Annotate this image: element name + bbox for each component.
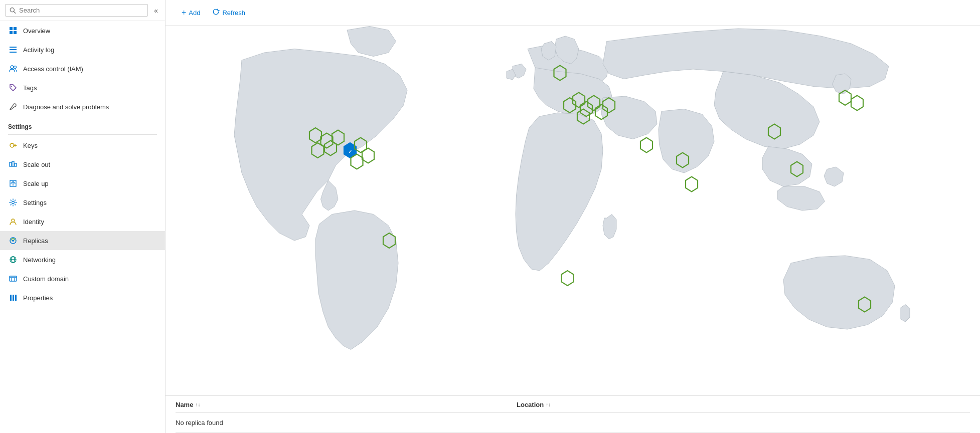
- table-empty-message: No replica found: [176, 413, 970, 432]
- location-sort-icon: ↑↓: [546, 402, 551, 407]
- svg-rect-4: [10, 31, 13, 34]
- toolbar: + Add Refresh: [166, 0, 980, 26]
- collapse-button[interactable]: «: [152, 5, 160, 17]
- svg-rect-6: [10, 47, 17, 48]
- col-location-header[interactable]: Location ↑↓: [517, 401, 970, 408]
- hex-marker: [362, 148, 374, 163]
- hex-marker: [562, 271, 574, 286]
- domain-icon: [8, 274, 18, 284]
- table-area: Name ↑↓ Location ↑↓ No replica found: [166, 395, 980, 433]
- sidebar-item-properties[interactable]: Properties: [0, 288, 165, 307]
- svg-point-17: [12, 201, 15, 204]
- sidebar-item-diagnose-label: Diagnose and solve problems: [23, 103, 109, 111]
- gear-icon: [8, 197, 18, 207]
- search-icon: [10, 7, 16, 14]
- sidebar-item-scale-up-label: Scale up: [23, 180, 49, 187]
- hex-marker: [851, 96, 863, 111]
- identity-icon: [8, 216, 18, 227]
- sidebar-item-identity[interactable]: Identity: [0, 212, 165, 231]
- name-sort-icon: ↑↓: [195, 402, 200, 407]
- sidebar-item-keys[interactable]: Keys: [0, 136, 165, 155]
- svg-rect-15: [15, 163, 17, 166]
- refresh-icon: [212, 8, 220, 17]
- sidebar: « Overview Activity log: [0, 0, 166, 433]
- map-area: ✓: [166, 26, 980, 395]
- svg-point-18: [12, 219, 15, 222]
- sidebar-item-scale-out[interactable]: Scale out: [0, 155, 165, 174]
- sidebar-item-overview[interactable]: Overview: [0, 21, 165, 40]
- svg-rect-5: [14, 31, 17, 34]
- tag-icon: [8, 83, 18, 93]
- plus-icon: +: [182, 8, 186, 17]
- scaleout-icon: [8, 159, 18, 169]
- sidebar-item-networking[interactable]: Networking: [0, 250, 165, 269]
- sidebar-item-replicas[interactable]: Replicas: [0, 231, 165, 250]
- svg-rect-25: [13, 295, 14, 301]
- sidebar-item-identity-label: Identity: [23, 218, 44, 226]
- sidebar-item-settings[interactable]: Settings: [0, 193, 165, 212]
- search-input[interactable]: [19, 7, 143, 14]
- list-icon: [8, 45, 18, 55]
- sidebar-item-custom-domain[interactable]: Custom domain: [0, 269, 165, 288]
- svg-rect-8: [10, 52, 17, 53]
- svg-point-11: [11, 86, 12, 87]
- add-label: Add: [189, 9, 200, 17]
- sidebar-item-replicas-label: Replicas: [23, 237, 48, 245]
- sidebar-item-tags[interactable]: Tags: [0, 78, 165, 97]
- col-name-header[interactable]: Name ↑↓: [176, 401, 517, 408]
- col-name-label: Name: [176, 401, 193, 408]
- svg-rect-3: [14, 27, 17, 30]
- sidebar-item-activity-log-label: Activity log: [23, 46, 54, 54]
- replicas-icon: [8, 236, 18, 246]
- add-button[interactable]: + Add: [176, 5, 206, 20]
- properties-icon: [8, 293, 18, 303]
- sidebar-item-tags-label: Tags: [23, 84, 37, 92]
- sidebar-item-access-control[interactable]: Access control (IAM): [0, 59, 165, 78]
- wrench-icon: [8, 102, 18, 112]
- svg-line-1: [14, 12, 16, 13]
- svg-rect-7: [10, 49, 17, 50]
- svg-point-9: [11, 66, 14, 69]
- svg-rect-26: [15, 295, 17, 301]
- sidebar-item-scale-out-label: Scale out: [23, 161, 50, 168]
- sidebar-item-overview-label: Overview: [23, 27, 50, 35]
- network-icon: [8, 255, 18, 265]
- sidebar-item-scale-up[interactable]: Scale up: [0, 174, 165, 193]
- key-icon: [8, 140, 18, 150]
- sidebar-item-networking-label: Networking: [23, 256, 56, 264]
- hex-marker: [640, 138, 652, 153]
- sidebar-item-access-control-label: Access control (IAM): [23, 65, 83, 73]
- table-header: Name ↑↓ Location ↑↓: [176, 396, 970, 413]
- svg-rect-13: [10, 162, 12, 166]
- sidebar-item-properties-label: Properties: [23, 294, 53, 302]
- svg-point-10: [14, 66, 17, 69]
- search-box[interactable]: [5, 4, 148, 17]
- sidebar-item-keys-label: Keys: [23, 142, 38, 149]
- settings-section-label: Settings: [0, 116, 165, 133]
- svg-rect-24: [10, 295, 12, 301]
- people-icon: [8, 64, 18, 74]
- sidebar-item-custom-domain-label: Custom domain: [23, 275, 69, 283]
- hex-marker: [351, 154, 363, 169]
- world-map: ✓: [197, 26, 949, 395]
- refresh-button[interactable]: Refresh: [206, 5, 251, 20]
- sidebar-item-diagnose[interactable]: Diagnose and solve problems: [0, 97, 165, 116]
- svg-text:✓: ✓: [348, 148, 353, 154]
- refresh-label: Refresh: [222, 9, 245, 17]
- sidebar-item-activity-log[interactable]: Activity log: [0, 40, 165, 59]
- sidebar-search-row: «: [0, 0, 165, 21]
- svg-rect-14: [12, 161, 14, 166]
- sidebar-item-settings-label: Settings: [23, 199, 47, 206]
- col-location-label: Location: [517, 401, 544, 408]
- svg-rect-23: [10, 276, 17, 281]
- settings-divider: [8, 134, 157, 135]
- svg-rect-2: [10, 27, 13, 30]
- hex-marker: [686, 177, 698, 192]
- main-content: + Add Refresh: [166, 0, 980, 433]
- scaleup-icon: [8, 178, 18, 188]
- svg-point-20: [12, 240, 14, 242]
- grid-icon: [8, 26, 18, 36]
